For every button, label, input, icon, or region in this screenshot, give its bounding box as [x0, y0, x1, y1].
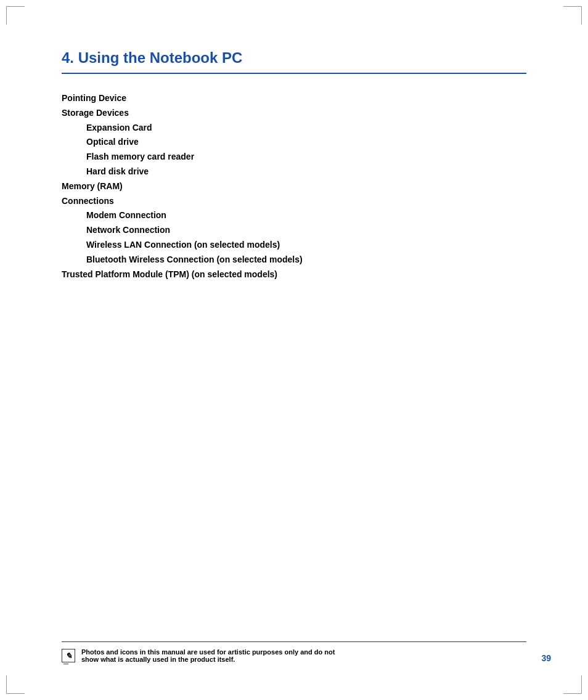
- corner-mark-bottom-left: [6, 675, 25, 694]
- toc-item-bluetooth[interactable]: Bluetooth Wireless Connection (on select…: [62, 253, 526, 267]
- toc-list: Pointing Device Storage Devices Expansio…: [62, 91, 526, 282]
- toc-item-pointing-device[interactable]: Pointing Device: [62, 91, 526, 106]
- page-number: 39: [541, 653, 551, 663]
- footer-divider: [62, 641, 526, 642]
- toc-item-network-connection[interactable]: Network Connection: [62, 223, 526, 238]
- chapter-title: 4. Using the Notebook PC: [62, 49, 526, 67]
- note-icon: ✎: [62, 649, 75, 662]
- toc-item-hard-disk[interactable]: Hard disk drive: [62, 165, 526, 179]
- toc-item-flash-memory[interactable]: Flash memory card reader: [62, 150, 526, 165]
- corner-mark-bottom-right: [563, 675, 582, 694]
- toc-item-memory-ram[interactable]: Memory (RAM): [62, 179, 526, 194]
- corner-mark-top-right: [563, 6, 582, 25]
- footer-note-text: Photos and icons in this manual are used…: [81, 648, 335, 663]
- toc-item-connections[interactable]: Connections: [62, 194, 526, 209]
- chapter-divider: [62, 73, 526, 74]
- corner-mark-top-left: [6, 6, 25, 25]
- toc-item-wireless-lan[interactable]: Wireless LAN Connection (on selected mod…: [62, 238, 526, 253]
- toc-item-optical-drive[interactable]: Optical drive: [62, 135, 526, 150]
- page-content: 4. Using the Notebook PC Pointing Device…: [0, 0, 588, 319]
- toc-item-modem-connection[interactable]: Modem Connection: [62, 208, 526, 223]
- footer: ✎ Photos and icons in this manual are us…: [62, 641, 526, 663]
- toc-item-tpm[interactable]: Trusted Platform Module (TPM) (on select…: [62, 267, 526, 282]
- toc-item-expansion-card[interactable]: Expansion Card: [62, 121, 526, 136]
- toc-item-storage-devices[interactable]: Storage Devices: [62, 106, 526, 121]
- footer-note: ✎ Photos and icons in this manual are us…: [62, 648, 526, 663]
